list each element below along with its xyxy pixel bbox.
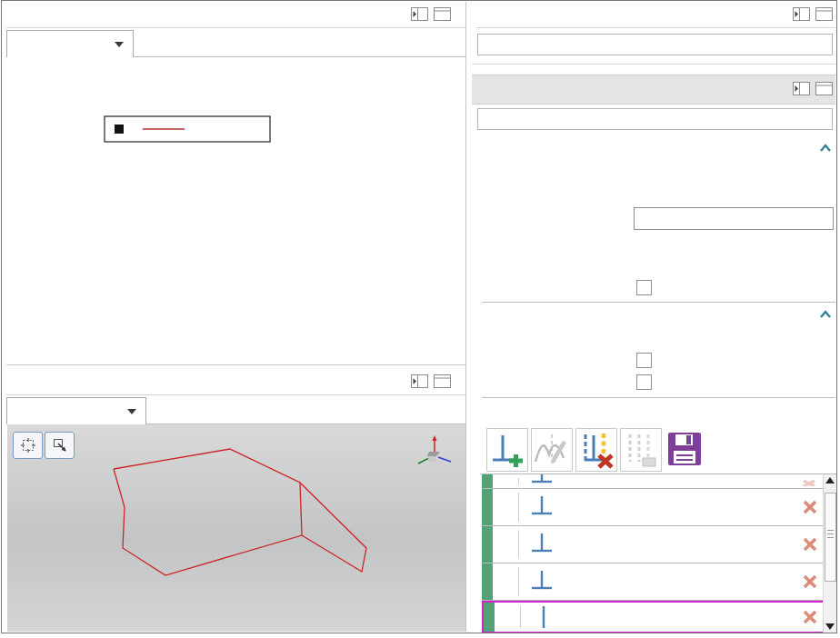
- operating-point-row[interactable]: [482, 563, 827, 601]
- dock-panel-icon[interactable]: [411, 374, 428, 388]
- format-button[interactable]: [634, 207, 834, 230]
- scroll-down-icon[interactable]: [824, 621, 836, 632]
- float-panel-icon[interactable]: [815, 82, 833, 95]
- delete-row-icon[interactable]: [802, 536, 822, 553]
- save-operating-points-button[interactable]: [665, 430, 704, 472]
- ods-processing-header: [472, 75, 835, 105]
- orientation-triad-icon: [405, 428, 464, 477]
- delete-row-icon[interactable]: [802, 609, 822, 625]
- add-operating-point-button[interactable]: [486, 428, 528, 472]
- zoom-selection-icon: [52, 437, 68, 454]
- scrollbar-thumb[interactable]: [825, 493, 836, 582]
- chart-legend: [105, 116, 270, 142]
- swap-references-checkbox[interactable]: [636, 280, 652, 295]
- collapse-section-icon[interactable]: [819, 144, 832, 153]
- dock-panel-icon[interactable]: [793, 7, 810, 21]
- list-scrollbar[interactable]: [823, 474, 836, 633]
- row-status-bar: [484, 603, 496, 632]
- operating-point-row[interactable]: [482, 489, 827, 526]
- collapse-section-icon[interactable]: [819, 310, 832, 319]
- properties-find-input[interactable]: [477, 34, 833, 55]
- chevron-down-icon: [115, 42, 124, 47]
- delete-row-icon[interactable]: [802, 477, 822, 486]
- legend-marker-swatch: [115, 125, 124, 134]
- row-status-bar: [482, 563, 495, 600]
- dock-panel-icon[interactable]: [411, 7, 428, 21]
- cursor-marker-icon: [530, 474, 554, 488]
- delete-row-icon[interactable]: [802, 573, 822, 590]
- save-project-to-disk-checkbox[interactable]: [636, 374, 652, 390]
- operating-point-row[interactable]: [482, 526, 827, 563]
- delete-operating-point-icon: [578, 431, 615, 469]
- fit-view-button[interactable]: [13, 432, 43, 459]
- dock-panel-icon[interactable]: [793, 82, 810, 95]
- geometry-wireframe: [7, 424, 465, 632]
- cursor-marker-icon: [532, 604, 555, 630]
- operating-point-row-selected[interactable]: [482, 601, 829, 633]
- row-status-bar: [482, 489, 495, 525]
- scroll-up-icon[interactable]: [824, 475, 836, 486]
- merge-operating-points-button[interactable]: [620, 428, 662, 472]
- delete-row-icon[interactable]: [802, 499, 822, 515]
- float-panel-icon[interactable]: [815, 7, 833, 21]
- frf-chart: [6, 56, 465, 364]
- chevron-down-icon: [127, 409, 136, 414]
- save-icon: [665, 430, 704, 468]
- cursor-marker-icon: [530, 569, 554, 594]
- expand-with-derived-checkbox[interactable]: [636, 353, 652, 368]
- float-panel-icon[interactable]: [434, 7, 451, 21]
- zoom-selection-button[interactable]: [45, 432, 75, 459]
- row-status-bar: [482, 474, 495, 488]
- delete-operating-point-button[interactable]: [575, 428, 617, 472]
- add-operating-point-icon: [489, 431, 525, 469]
- edit-operating-point-button[interactable]: [531, 428, 573, 472]
- application-window: [0, 0, 840, 638]
- processing-find-input[interactable]: [477, 108, 833, 130]
- merge-operating-points-icon: [623, 431, 659, 469]
- geometry-selector-dropdown[interactable]: [6, 397, 146, 424]
- geometry-viewport[interactable]: [7, 424, 465, 632]
- fit-view-icon: [20, 437, 36, 454]
- float-panel-icon[interactable]: [434, 374, 451, 388]
- cursor-marker-icon: [530, 494, 554, 520]
- operating-points-list: [480, 474, 836, 633]
- operating-point-row-partial[interactable]: [482, 474, 827, 489]
- row-status-bar: [482, 526, 495, 563]
- cursor-marker-icon: [530, 532, 554, 557]
- layout-selector-dropdown[interactable]: [6, 30, 134, 57]
- edit-operating-point-icon: [534, 431, 570, 469]
